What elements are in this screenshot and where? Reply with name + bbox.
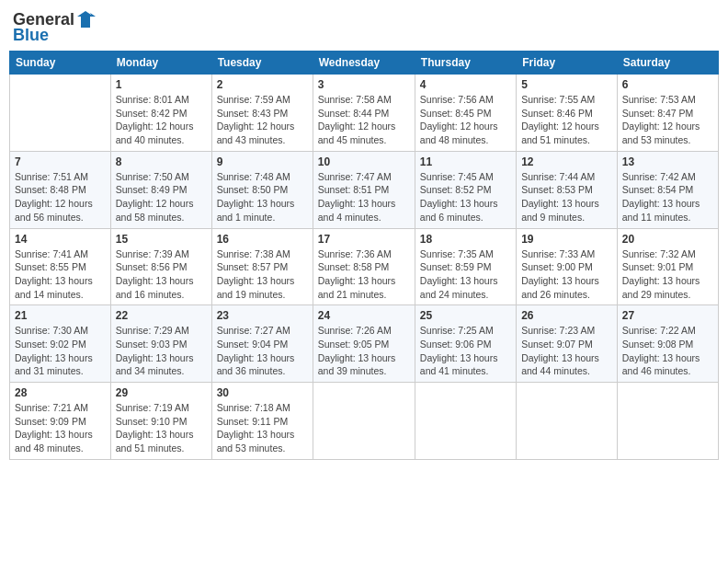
day-info: Sunrise: 7:36 AM Sunset: 8:58 PM Dayligh… — [318, 247, 410, 302]
day-number: 17 — [318, 233, 410, 246]
calendar-cell: 12Sunrise: 7:44 AM Sunset: 8:53 PM Dayli… — [517, 151, 618, 228]
day-number: 18 — [420, 233, 511, 246]
day-info: Sunrise: 7:59 AM Sunset: 8:43 PM Dayligh… — [217, 93, 308, 147]
column-header-friday: Friday — [517, 52, 618, 75]
calendar-table: SundayMondayTuesdayWednesdayThursdayFrid… — [9, 51, 719, 460]
day-number: 12 — [521, 155, 612, 168]
day-info: Sunrise: 7:39 AM Sunset: 8:56 PM Dayligh… — [116, 247, 207, 302]
day-number: 2 — [217, 78, 308, 91]
column-header-thursday: Thursday — [415, 52, 516, 75]
day-info: Sunrise: 7:38 AM Sunset: 8:57 PM Dayligh… — [217, 247, 308, 302]
day-info: Sunrise: 7:25 AM Sunset: 9:06 PM Dayligh… — [420, 324, 511, 378]
day-info: Sunrise: 7:50 AM Sunset: 8:49 PM Dayligh… — [116, 170, 207, 224]
calendar-cell — [617, 383, 718, 460]
day-info: Sunrise: 7:27 AM Sunset: 9:04 PM Dayligh… — [217, 324, 308, 378]
day-number: 15 — [116, 233, 207, 246]
day-info: Sunrise: 7:35 AM Sunset: 8:59 PM Dayligh… — [420, 247, 511, 302]
logo-bird-icon — [75, 9, 96, 29]
day-number: 16 — [217, 233, 308, 246]
calendar-cell: 19Sunrise: 7:33 AM Sunset: 9:00 PM Dayli… — [517, 228, 618, 305]
day-number: 11 — [420, 155, 511, 168]
day-number: 5 — [521, 78, 612, 91]
day-info: Sunrise: 7:22 AM Sunset: 9:08 PM Dayligh… — [622, 324, 713, 378]
day-number: 3 — [318, 78, 410, 91]
calendar-cell: 17Sunrise: 7:36 AM Sunset: 8:58 PM Dayli… — [313, 228, 415, 305]
calendar-cell: 21Sunrise: 7:30 AM Sunset: 9:02 PM Dayli… — [10, 305, 111, 383]
calendar-cell: 10Sunrise: 7:47 AM Sunset: 8:51 PM Dayli… — [313, 151, 415, 228]
logo-blue-text: Blue — [13, 26, 49, 45]
calendar-cell: 1Sunrise: 8:01 AM Sunset: 8:42 PM Daylig… — [110, 75, 211, 152]
column-header-sunday: Sunday — [10, 52, 111, 75]
day-info: Sunrise: 7:58 AM Sunset: 8:44 PM Dayligh… — [318, 93, 410, 147]
day-info: Sunrise: 7:26 AM Sunset: 9:05 PM Dayligh… — [318, 324, 410, 378]
calendar-cell: 28Sunrise: 7:21 AM Sunset: 9:09 PM Dayli… — [10, 383, 111, 460]
day-info: Sunrise: 7:51 AM Sunset: 8:48 PM Dayligh… — [15, 170, 106, 224]
day-info: Sunrise: 7:48 AM Sunset: 8:50 PM Dayligh… — [217, 170, 308, 224]
calendar-cell: 15Sunrise: 7:39 AM Sunset: 8:56 PM Dayli… — [110, 228, 211, 305]
day-number: 23 — [217, 309, 308, 322]
column-header-wednesday: Wednesday — [313, 52, 415, 75]
day-number: 21 — [15, 309, 106, 322]
day-info: Sunrise: 7:56 AM Sunset: 8:45 PM Dayligh… — [420, 93, 511, 147]
day-number: 22 — [116, 309, 207, 322]
column-header-monday: Monday — [110, 52, 211, 75]
day-info: Sunrise: 7:33 AM Sunset: 9:00 PM Dayligh… — [521, 247, 612, 302]
day-number: 29 — [116, 386, 207, 399]
day-info: Sunrise: 7:32 AM Sunset: 9:01 PM Dayligh… — [622, 247, 713, 302]
week-row-5: 28Sunrise: 7:21 AM Sunset: 9:09 PM Dayli… — [10, 383, 719, 460]
calendar-cell: 26Sunrise: 7:23 AM Sunset: 9:07 PM Dayli… — [517, 305, 618, 383]
calendar-cell: 3Sunrise: 7:58 AM Sunset: 8:44 PM Daylig… — [313, 75, 415, 152]
calendar-cell: 29Sunrise: 7:19 AM Sunset: 9:10 PM Dayli… — [110, 383, 211, 460]
calendar-cell: 27Sunrise: 7:22 AM Sunset: 9:08 PM Dayli… — [617, 305, 718, 383]
calendar-header-row: SundayMondayTuesdayWednesdayThursdayFrid… — [10, 52, 719, 75]
calendar-cell: 18Sunrise: 7:35 AM Sunset: 8:59 PM Dayli… — [415, 228, 516, 305]
svg-marker-0 — [77, 11, 94, 28]
calendar-cell: 13Sunrise: 7:42 AM Sunset: 8:54 PM Dayli… — [617, 151, 718, 228]
day-info: Sunrise: 8:01 AM Sunset: 8:42 PM Dayligh… — [116, 93, 207, 147]
logo: General Blue — [13, 9, 97, 45]
calendar-cell: 7Sunrise: 7:51 AM Sunset: 8:48 PM Daylig… — [10, 151, 111, 228]
day-number: 7 — [15, 155, 106, 168]
calendar-cell — [415, 383, 516, 460]
day-info: Sunrise: 7:21 AM Sunset: 9:09 PM Dayligh… — [15, 401, 106, 455]
column-header-saturday: Saturday — [617, 52, 718, 75]
calendar-cell: 30Sunrise: 7:18 AM Sunset: 9:11 PM Dayli… — [211, 383, 313, 460]
calendar-cell — [517, 383, 618, 460]
week-row-2: 7Sunrise: 7:51 AM Sunset: 8:48 PM Daylig… — [10, 151, 719, 228]
day-info: Sunrise: 7:47 AM Sunset: 8:51 PM Dayligh… — [318, 170, 410, 224]
day-info: Sunrise: 7:44 AM Sunset: 8:53 PM Dayligh… — [521, 170, 612, 224]
day-info: Sunrise: 7:55 AM Sunset: 8:46 PM Dayligh… — [521, 93, 612, 147]
calendar-cell: 9Sunrise: 7:48 AM Sunset: 8:50 PM Daylig… — [211, 151, 313, 228]
day-number: 13 — [622, 155, 713, 168]
calendar-cell: 5Sunrise: 7:55 AM Sunset: 8:46 PM Daylig… — [517, 75, 618, 152]
day-number: 10 — [318, 155, 410, 168]
column-header-tuesday: Tuesday — [211, 52, 313, 75]
day-number: 8 — [116, 155, 207, 168]
calendar-cell: 24Sunrise: 7:26 AM Sunset: 9:05 PM Dayli… — [313, 305, 415, 383]
day-info: Sunrise: 7:18 AM Sunset: 9:11 PM Dayligh… — [217, 401, 308, 455]
day-number: 27 — [622, 309, 713, 322]
calendar-cell: 14Sunrise: 7:41 AM Sunset: 8:55 PM Dayli… — [10, 228, 111, 305]
day-info: Sunrise: 7:23 AM Sunset: 9:07 PM Dayligh… — [521, 324, 612, 378]
day-info: Sunrise: 7:29 AM Sunset: 9:03 PM Dayligh… — [116, 324, 207, 378]
day-info: Sunrise: 7:53 AM Sunset: 8:47 PM Dayligh… — [622, 93, 713, 147]
calendar-cell: 4Sunrise: 7:56 AM Sunset: 8:45 PM Daylig… — [415, 75, 516, 152]
calendar-cell: 6Sunrise: 7:53 AM Sunset: 8:47 PM Daylig… — [617, 75, 718, 152]
day-number: 1 — [116, 78, 207, 91]
calendar-cell: 23Sunrise: 7:27 AM Sunset: 9:04 PM Dayli… — [211, 305, 313, 383]
day-info: Sunrise: 7:41 AM Sunset: 8:55 PM Dayligh… — [15, 247, 106, 302]
day-number: 25 — [420, 309, 511, 322]
day-number: 26 — [521, 309, 612, 322]
calendar-cell: 11Sunrise: 7:45 AM Sunset: 8:52 PM Dayli… — [415, 151, 516, 228]
day-number: 9 — [217, 155, 308, 168]
calendar-cell — [313, 383, 415, 460]
day-number: 30 — [217, 386, 308, 399]
week-row-4: 21Sunrise: 7:30 AM Sunset: 9:02 PM Dayli… — [10, 305, 719, 383]
calendar-cell: 20Sunrise: 7:32 AM Sunset: 9:01 PM Dayli… — [617, 228, 718, 305]
week-row-1: 1Sunrise: 8:01 AM Sunset: 8:42 PM Daylig… — [10, 75, 719, 152]
day-number: 24 — [318, 309, 410, 322]
calendar-cell: 8Sunrise: 7:50 AM Sunset: 8:49 PM Daylig… — [110, 151, 211, 228]
day-info: Sunrise: 7:42 AM Sunset: 8:54 PM Dayligh… — [622, 170, 713, 224]
calendar-cell: 16Sunrise: 7:38 AM Sunset: 8:57 PM Dayli… — [211, 228, 313, 305]
calendar-cell: 25Sunrise: 7:25 AM Sunset: 9:06 PM Dayli… — [415, 305, 516, 383]
